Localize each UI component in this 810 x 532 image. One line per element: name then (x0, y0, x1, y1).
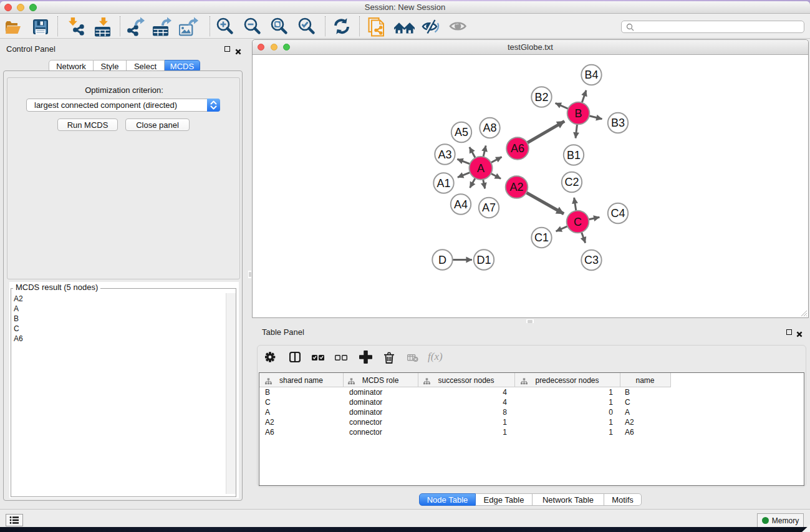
svg-text:A8: A8 (483, 122, 496, 134)
svg-text:D1: D1 (476, 254, 491, 266)
svg-text:A7: A7 (482, 201, 496, 214)
svg-text:B4: B4 (584, 69, 598, 81)
svg-text:C3: C3 (584, 254, 599, 266)
svg-text:B: B (574, 107, 582, 120)
svg-text:A4: A4 (454, 198, 468, 211)
svg-text:B2: B2 (534, 91, 548, 104)
svg-text:A1: A1 (436, 177, 450, 190)
svg-text:B1: B1 (567, 149, 581, 162)
svg-text:A: A (477, 162, 485, 175)
svg-text:A2: A2 (509, 181, 523, 193)
svg-text:C1: C1 (534, 231, 549, 244)
svg-text:B3: B3 (611, 117, 625, 129)
svg-text:C2: C2 (564, 176, 579, 188)
svg-text:D: D (438, 254, 446, 266)
svg-text:A3: A3 (438, 148, 451, 161)
svg-text:f(x): f(x) (428, 351, 443, 362)
svg-text:A5: A5 (455, 126, 468, 138)
svg-text:C: C (574, 216, 582, 228)
svg-text:C4: C4 (610, 207, 625, 220)
svg-text:A6: A6 (511, 142, 524, 155)
